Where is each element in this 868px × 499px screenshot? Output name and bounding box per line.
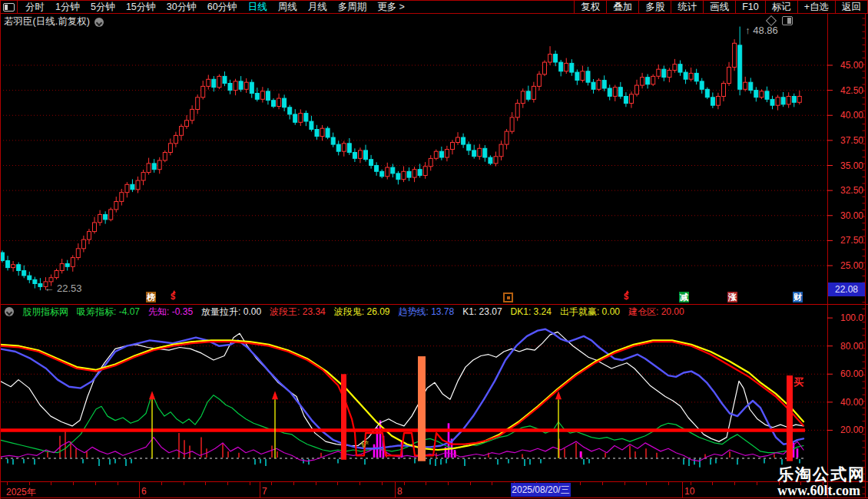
menu-item-多周期[interactable]: 多周期 [338,1,367,14]
date-label-10: 10 [684,486,694,497]
top-toolbar: 分时1分钟5分钟15分钟30分钟60分钟日线周线月线多周期更多 > 复权叠加多股… [0,0,868,14]
indicator-field-波段鬼: 波段鬼: 26.09 [334,306,390,318]
menu-item-1分钟[interactable]: 1分钟 [55,1,80,14]
tool-item-标记[interactable]: 标记 [765,1,797,13]
tools-menu: 复权叠加多股统计画线F10标记+自选返回 [574,1,868,13]
panes-icon [3,3,15,12]
indicator-field-建仓区: 建仓区: 20.00 [628,306,684,318]
date-label-6: 6 [141,486,147,497]
indicator-field-趋势线: 趋势线: 13.78 [399,306,455,318]
price-label-37.50: 37.50 [830,135,863,146]
badge-涨: 涨 [727,292,737,302]
indicator-field-吸筹指标: 吸筹指标: -4.07 [77,306,140,318]
indicator-label-100.0: 100.0 [830,312,863,323]
date-label-8: 8 [397,486,403,497]
left-border [0,0,1,499]
badge-财: 财 [793,292,803,302]
indicator-field-波段王: 波段王: 23.34 [270,306,326,318]
menu-item-更多 >[interactable]: 更多 > [377,1,405,14]
tool-item-多股[interactable]: 多股 [638,1,671,13]
hui-marker-icon [503,292,513,302]
menu-item-日线[interactable]: 日线 [248,1,267,14]
tool-item-叠加[interactable]: 叠加 [606,1,638,13]
indicator-label-80.00: 80.00 [830,341,863,352]
indicator-label-40.00: 40.00 [830,397,863,408]
price-label-35.00: 35.00 [830,160,863,171]
menu-item-60分钟[interactable]: 60分钟 [207,1,237,14]
cursor-date-box: 2025/08/20/三 [511,483,571,497]
cursor-price-box: 22.08 [828,283,865,296]
watermark-site-name: 乐淘公式网 [777,466,866,484]
badge-减: 减 [679,292,689,302]
dollar-signal-icon: ▲$ [171,291,175,302]
bottom-border [0,497,868,498]
badge-榜: 榜 [146,292,156,302]
indicator-source: 股朋指标网 [22,306,68,318]
indicator-header: 股朋指标网 吸筹指标: -4.07先知: -0.35放量拉升: 0.00波段王:… [0,306,830,318]
date-label-7: 7 [262,486,267,497]
indicator-panel[interactable]: 买铲 [0,319,827,482]
panel-divider [0,304,868,305]
trading-app-window: 分时1分钟5分钟15分钟30分钟60分钟日线周线月线多周期更多 > 复权叠加多股… [0,0,868,499]
price-label-30.00: 30.00 [830,210,863,221]
tool-item-+自选[interactable]: +自选 [797,1,835,13]
indicator-field-放量拉升: 放量拉升: 0.00 [201,306,261,318]
menu-item-15分钟[interactable]: 15分钟 [126,1,156,14]
date-axis: 2025年67810 [0,481,868,498]
price-label-27.50: 27.50 [830,235,863,246]
svg-text:↑ 48.86: ↑ 48.86 [745,25,778,36]
indicator-field-K1: K1: 23.07 [462,306,502,317]
indicator-label-60.00: 60.00 [830,368,863,379]
tool-item-复权[interactable]: 复权 [574,1,606,13]
tool-item-统计[interactable]: 统计 [671,1,703,13]
indicator-field-DK1: DK1: 3.24 [511,306,552,317]
price-label-45.00: 45.00 [830,60,863,71]
candlestick-chart[interactable]: ← 22.53↑ 48.86 [0,14,827,304]
dollar-signal-icon: ▲$ [624,291,628,302]
watermark: 乐淘公式网 www.60lt.com [777,466,866,498]
period-menu: 分时1分钟5分钟15分钟30分钟60分钟日线周线月线多周期更多 > [18,1,405,14]
menu-item-30分钟[interactable]: 30分钟 [167,1,197,14]
indicator-field-先知: 先知: -0.35 [148,306,193,318]
price-label-40.00: 40.00 [830,110,863,121]
indicator-field-出手就赢: 出手就赢: 0.00 [560,306,620,318]
menu-item-月线[interactable]: 月线 [308,1,327,14]
price-label-25.00: 25.00 [830,260,863,271]
tool-item-返回[interactable]: 返回 [835,1,868,13]
price-label-32.50: 32.50 [830,185,863,196]
indicator-collapse-icon[interactable] [5,307,14,316]
menu-item-分时[interactable]: 分时 [25,1,45,14]
tool-item-F10[interactable]: F10 [735,1,765,13]
menu-item-5分钟[interactable]: 5分钟 [91,1,115,14]
menu-item-周线[interactable]: 周线 [278,1,297,14]
watermark-url: www.60lt.com [777,484,866,498]
price-label-42.50: 42.50 [830,85,863,96]
svg-text:买: 买 [793,376,803,388]
indicator-label-20.00: 20.00 [830,425,863,435]
layout-toggle-button[interactable] [0,1,18,13]
svg-text:铲: 铲 [361,440,369,448]
svg-text:← 22.53: ← 22.53 [44,283,81,294]
tool-item-画线[interactable]: 画线 [703,1,735,13]
